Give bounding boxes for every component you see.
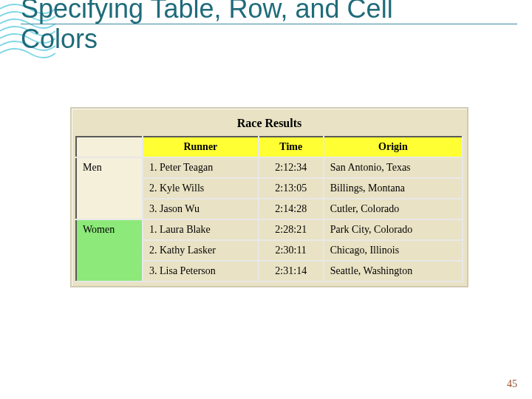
- header-time: Time: [259, 137, 324, 157]
- cell-origin: Seattle, Washington: [324, 261, 463, 282]
- header-runner: Runner: [143, 137, 259, 157]
- cell-origin: San Antonio, Texas: [324, 157, 463, 178]
- cell-time: 2:28:21: [259, 219, 324, 240]
- cell-time: 2:12:34: [259, 157, 324, 178]
- race-results-table: Race Results Runner Time Origin Men 1. P…: [70, 107, 468, 287]
- cell-origin: Cutler, Colorado: [324, 199, 463, 219]
- cell-runner: 3. Lisa Peterson: [143, 261, 259, 282]
- header-origin: Origin: [324, 137, 463, 157]
- header-blank: [76, 137, 143, 157]
- cell-runner: 2. Kathy Lasker: [143, 240, 259, 261]
- cell-time: 2:13:05: [259, 178, 324, 199]
- cell-runner: 1. Laura Blake: [143, 219, 259, 240]
- category-women: Women: [76, 219, 143, 282]
- table-row: Women 1. Laura Blake 2:28:21 Park City, …: [76, 219, 463, 240]
- cell-runner: 2. Kyle Wills: [143, 178, 259, 199]
- slide-title: Specifying Table, Row, and Cell Colors: [21, 0, 517, 55]
- slide-number: 45: [507, 378, 517, 390]
- table-row: Men 1. Peter Teagan 2:12:34 San Antonio,…: [76, 157, 463, 178]
- cell-time: 2:30:11: [259, 240, 324, 261]
- cell-time: 2:14:28: [259, 199, 324, 219]
- cell-origin: Park City, Colorado: [324, 219, 463, 240]
- cell-time: 2:31:14: [259, 261, 324, 282]
- table-header-row: Runner Time Origin: [76, 137, 463, 157]
- cell-origin: Billings, Montana: [324, 178, 463, 199]
- cell-runner: 3. Jason Wu: [143, 199, 259, 219]
- cell-origin: Chicago, Illinois: [324, 240, 463, 261]
- cell-runner: 1. Peter Teagan: [143, 157, 259, 178]
- table-caption: Race Results: [75, 112, 463, 136]
- category-men: Men: [76, 157, 143, 219]
